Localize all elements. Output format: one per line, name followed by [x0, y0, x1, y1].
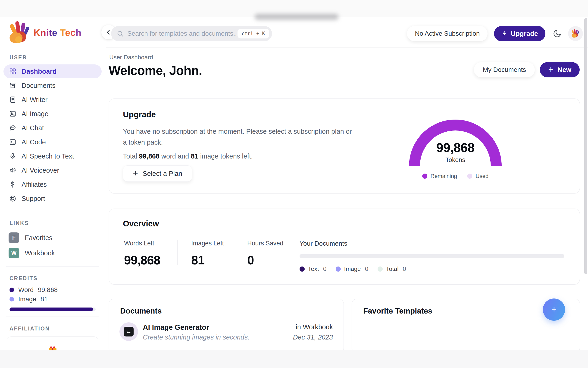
tokens-summary-suffix: image tokens left. — [198, 153, 253, 160]
user-avatar[interactable] — [568, 26, 583, 41]
header-right-cluster: No Active Subscription Upgrade — [407, 26, 583, 41]
dark-mode-toggle[interactable] — [552, 29, 562, 38]
search-input[interactable] — [127, 30, 237, 37]
microphone-icon — [9, 153, 17, 160]
page-actions: My Documents + New — [474, 62, 580, 77]
archive-icon — [9, 82, 17, 89]
sidebar-item-label: Affiliates — [22, 181, 47, 188]
my-documents-button[interactable]: My Documents — [474, 62, 535, 77]
sidebar-item-support[interactable]: Support — [3, 192, 102, 206]
documents-card-title: Documents — [120, 307, 162, 315]
upgrade-card-title: Upgrade — [123, 110, 156, 119]
main-content: User Dashboard Welcome, John. My Documen… — [105, 48, 588, 368]
new-button-label: New — [557, 66, 571, 74]
workbook-badge-icon: W — [9, 248, 19, 258]
sidebar-divider — [6, 317, 99, 317]
sidebar-item-ai-writer[interactable]: AI Writer — [3, 93, 102, 107]
sidebar-link-favorites[interactable]: F Favorites — [3, 230, 102, 245]
image-generator-icon — [124, 327, 134, 337]
subscription-status-badge[interactable]: No Active Subscription — [407, 26, 488, 41]
legend-label: Image — [344, 265, 361, 273]
stat-label: Images Left — [191, 240, 224, 247]
document-title: AI Image Generator — [143, 323, 209, 332]
upgrade-card: Upgrade You have no subscription at the … — [109, 99, 580, 193]
your-documents-progress-track — [299, 254, 564, 258]
app-logo[interactable]: Knite Tech — [7, 20, 102, 46]
top-blur-strip — [0, 0, 588, 17]
credits-progress-track — [9, 307, 96, 311]
global-search: ctrl + K — [111, 26, 272, 41]
image-dot-icon — [336, 267, 341, 272]
plus-icon: + — [552, 305, 556, 313]
card-divider — [109, 319, 343, 319]
word-credit-dot-icon — [9, 288, 14, 292]
gauge-center: 99,868 Tokens — [409, 140, 502, 164]
lifebuoy-icon — [9, 195, 17, 202]
header-divider — [105, 91, 588, 91]
sidebar-section-credits: CREDITS — [9, 275, 102, 282]
sidebar-link-label: Workbook — [25, 249, 55, 257]
document-location: in Workbook — [296, 323, 333, 331]
documents-card: Documents AI Image Generator Create stun… — [109, 299, 344, 353]
upgrade-button[interactable]: Upgrade — [494, 26, 545, 41]
document-avatar — [119, 322, 138, 341]
breadcrumb: User Dashboard — [109, 54, 153, 61]
dashboard-grid-icon — [9, 68, 17, 75]
sidebar-item-label: Documents — [22, 82, 56, 90]
sidebar-item-label: AI Code — [22, 138, 46, 146]
page-scrollbar[interactable] — [584, 18, 587, 274]
select-plan-label: Select a Plan — [143, 170, 182, 177]
lightning-bolt-icon — [501, 31, 508, 37]
sidebar-item-affiliates[interactable]: Affiliates — [3, 177, 102, 191]
terminal-icon — [9, 138, 17, 146]
avatar-hand-icon — [571, 29, 580, 38]
overview-card-title: Overview — [123, 219, 159, 228]
sidebar-item-ai-image[interactable]: AI Image — [3, 107, 102, 121]
legend-total: Total 0 — [377, 265, 406, 273]
sidebar-item-ai-code[interactable]: AI Code — [3, 135, 102, 149]
sidebar-item-label: AI Image — [22, 110, 48, 118]
stat-words-left: Words Left 99,868 — [124, 240, 160, 267]
sidebar-divider — [6, 266, 99, 267]
upgrade-card-description: You have no subscription at the moment. … — [123, 126, 352, 148]
credit-row-image: Image 81 — [9, 294, 102, 304]
sidebar-link-label: Favorites — [25, 234, 52, 242]
stat-label: Words Left — [124, 240, 160, 247]
image-credit-dot-icon — [9, 297, 14, 302]
sidebar-item-documents[interactable]: Documents — [3, 79, 102, 92]
legend-label: Used — [475, 173, 488, 179]
sidebar-link-workbook[interactable]: W Workbook — [3, 245, 102, 261]
sidebar-item-dashboard[interactable]: Dashboard — [3, 64, 102, 78]
text-dot-icon — [299, 267, 305, 272]
sidebar-divider — [6, 211, 99, 211]
stat-label: Hours Saved — [247, 240, 283, 247]
legend-used: Used — [467, 173, 488, 179]
sidebar-item-ai-speech-to-text[interactable]: AI Speech to Text — [3, 149, 102, 163]
stat-value: 81 — [191, 253, 224, 267]
speaker-icon — [9, 167, 17, 174]
your-documents-legend: Text 0 Image 0 Total 0 — [299, 265, 406, 273]
sidebar-item-ai-voiceover[interactable]: AI Voiceover — [3, 163, 102, 177]
chat-bubble-icon — [9, 124, 17, 132]
legend-text: Text 0 — [299, 265, 326, 273]
credit-value: 99,868 — [38, 286, 58, 294]
card-divider — [352, 319, 580, 319]
document-description: Create stunning images in seconds. — [143, 333, 250, 341]
stat-images-left: Images Left 81 — [191, 240, 224, 267]
legend-value: 0 — [323, 265, 326, 273]
tokens-summary-mid: word and — [159, 153, 191, 160]
page-title: Welcome, John. — [109, 63, 202, 78]
sidebar-item-label: AI Speech to Text — [22, 153, 74, 160]
credit-row-word: Word 99,868 — [9, 285, 102, 294]
floating-add-button[interactable]: + — [543, 298, 565, 321]
bottom-blur-strip — [0, 350, 588, 368]
sidebar-section-links: LINKS — [9, 220, 102, 226]
select-plan-button[interactable]: + Select a Plan — [123, 166, 192, 182]
tokens-summary-prefix: Total — [123, 153, 139, 160]
sidebar-item-label: AI Chat — [22, 124, 44, 132]
new-button[interactable]: + New — [540, 62, 580, 77]
sidebar-item-ai-chat[interactable]: AI Chat — [3, 121, 102, 135]
credits-progress-fill — [9, 307, 93, 311]
gauge-value: 99,868 — [409, 140, 502, 155]
image-icon — [9, 110, 17, 118]
